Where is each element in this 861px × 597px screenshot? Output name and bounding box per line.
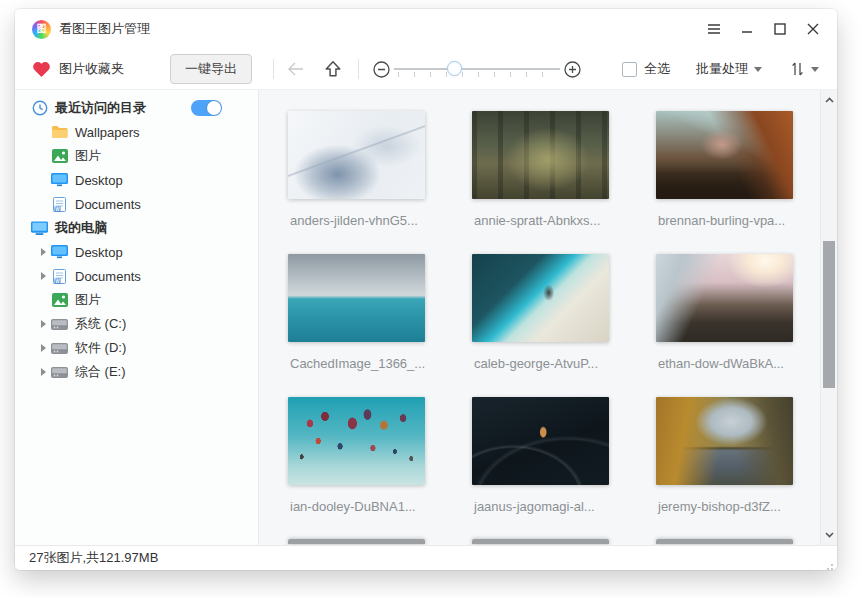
zoom-slider-ticks <box>398 72 556 77</box>
vertical-scrollbar[interactable] <box>820 90 837 545</box>
window-title: 看图王图片管理 <box>59 20 150 38</box>
window-controls <box>697 15 837 43</box>
hard-drive-icon <box>51 316 68 332</box>
zoom-in-icon[interactable] <box>564 61 581 78</box>
sidebar-item-drive-e[interactable]: 综合 (E:) <box>15 360 258 384</box>
status-bar: 27张图片,共121.97MB <box>15 545 837 570</box>
image-item[interactable]: anders-jilden-vhnG5... <box>288 111 425 254</box>
monitor-icon <box>51 172 68 188</box>
hard-drive-icon <box>51 340 68 356</box>
app-logo-icon: 图 <box>32 20 51 39</box>
expand-arrow-icon[interactable] <box>41 319 51 329</box>
sort-dropdown[interactable] <box>790 61 819 77</box>
zoom-out-icon[interactable] <box>373 61 390 78</box>
sidebar-item-desktop[interactable]: Desktop <box>15 240 258 264</box>
document-icon: W <box>51 196 68 212</box>
title-bar: 图 看图王图片管理 <box>15 9 837 49</box>
select-all-label: 全选 <box>644 60 670 78</box>
image-filename: CachedImage_1366_... <box>288 356 425 371</box>
sidebar-item-wallpapers[interactable]: Wallpapers <box>15 120 258 144</box>
chevron-down-icon <box>811 67 819 72</box>
zoom-slider[interactable] <box>394 59 560 79</box>
image-thumbnail[interactable] <box>472 111 609 199</box>
svg-text:W: W <box>55 206 60 211</box>
image-thumbnail[interactable] <box>288 254 425 342</box>
image-thumbnail[interactable] <box>656 254 793 342</box>
zoom-slider-track[interactable] <box>394 68 560 70</box>
image-filename: ian-dooley-DuBNA1... <box>288 499 425 514</box>
sidebar-item-pictures[interactable]: 图片 <box>15 144 258 168</box>
scrollbar-thumb[interactable] <box>823 241 835 388</box>
batch-process-dropdown[interactable]: 批量处理 <box>696 60 762 78</box>
maximize-button[interactable] <box>763 15 796 43</box>
scroll-down-icon[interactable] <box>821 527 837 543</box>
resize-grip[interactable] <box>831 564 833 566</box>
expand-arrow-icon[interactable] <box>41 247 51 257</box>
home-up-icon[interactable] <box>324 60 342 78</box>
image-item[interactable]: annie-spratt-Abnkxs... <box>472 111 609 254</box>
image-filename: jeremy-bishop-d3fZ... <box>656 499 793 514</box>
toolbar-divider <box>358 59 359 79</box>
sort-arrows-icon <box>790 61 805 77</box>
scroll-up-icon[interactable] <box>821 92 837 108</box>
image-filename: anders-jilden-vhnG5... <box>288 213 425 228</box>
sidebar-item-documents[interactable]: W Documents <box>15 264 258 288</box>
app-window: 图 看图王图片管理 图片收藏夹 一键导出 <box>15 9 837 570</box>
toolbar-divider <box>273 59 274 79</box>
svg-text:W: W <box>55 278 60 283</box>
clock-icon <box>31 100 48 116</box>
image-count-status: 27张图片,共121.97MB <box>29 549 158 567</box>
image-item[interactable]: jeremy-bishop-d3fZ... <box>656 397 793 540</box>
sidebar-item-drive-d[interactable]: 软件 (D:) <box>15 336 258 360</box>
image-filename: ethan-dow-dWaBkA... <box>656 356 793 371</box>
picture-icon <box>51 148 68 164</box>
thumbnail-grid-area: anders-jilden-vhnG5... annie-spratt-Abnk… <box>259 90 837 545</box>
favorites-label: 图片收藏夹 <box>59 60 124 78</box>
image-item[interactable]: ian-dooley-DuBNA1... <box>288 397 425 540</box>
minimize-button[interactable] <box>730 15 763 43</box>
toolbar: 图片收藏夹 一键导出 全选 批量处理 <box>15 49 837 89</box>
hard-drive-icon <box>51 364 68 380</box>
folder-icon <box>51 124 68 140</box>
image-thumbnail[interactable] <box>472 254 609 342</box>
menu-icon[interactable] <box>697 15 730 43</box>
back-icon[interactable] <box>287 62 305 76</box>
image-item[interactable]: ethan-dow-dWaBkA... <box>656 254 793 397</box>
sidebar-item-pictures-computer[interactable]: 图片 <box>15 288 258 312</box>
next-row-thumbnail-edge <box>472 539 609 544</box>
image-item[interactable]: jaanus-jagomagi-al... <box>472 397 609 540</box>
recent-folders-toggle[interactable] <box>191 100 222 116</box>
expand-arrow-icon[interactable] <box>41 343 51 353</box>
expand-arrow-icon[interactable] <box>41 367 51 377</box>
image-thumbnail[interactable] <box>656 397 793 485</box>
picture-icon <box>51 292 68 308</box>
computer-icon <box>31 220 48 236</box>
select-all-checkbox[interactable] <box>622 62 637 77</box>
image-thumbnail[interactable] <box>288 111 425 199</box>
image-thumbnail[interactable] <box>288 397 425 485</box>
image-filename: jaanus-jagomagi-al... <box>472 499 609 514</box>
image-item[interactable]: CachedImage_1366_... <box>288 254 425 397</box>
sidebar-item-drive-c[interactable]: 系统 (C:) <box>15 312 258 336</box>
sidebar-item-my-computer[interactable]: 我的电脑 <box>15 216 258 240</box>
monitor-icon <box>51 244 68 260</box>
image-thumbnail[interactable] <box>656 111 793 199</box>
close-button[interactable] <box>796 15 829 43</box>
sidebar-item-recent-folders[interactable]: 最近访问的目录 <box>15 96 258 120</box>
heart-icon <box>32 61 51 78</box>
expand-arrow-icon[interactable] <box>41 271 51 281</box>
document-icon: W <box>51 268 68 284</box>
sidebar-item-documents-recent[interactable]: W Documents <box>15 192 258 216</box>
image-item[interactable]: brennan-burling-vpa... <box>656 111 793 254</box>
sidebar-item-desktop-recent[interactable]: Desktop <box>15 168 258 192</box>
image-item[interactable]: caleb-george-AtvuP... <box>472 254 609 397</box>
next-row-thumbnail-edge <box>288 539 425 544</box>
image-thumbnail[interactable] <box>472 397 609 485</box>
image-filename: annie-spratt-Abnkxs... <box>472 213 609 228</box>
export-button[interactable]: 一键导出 <box>170 54 252 84</box>
image-grid: anders-jilden-vhnG5... annie-spratt-Abnk… <box>288 111 793 540</box>
toggle-knob <box>207 101 221 115</box>
image-filename: brennan-burling-vpa... <box>656 213 793 228</box>
next-row-thumbnail-edge <box>656 539 793 544</box>
folder-sidebar: 最近访问的目录 Wallpapers 图片 <box>15 90 259 545</box>
